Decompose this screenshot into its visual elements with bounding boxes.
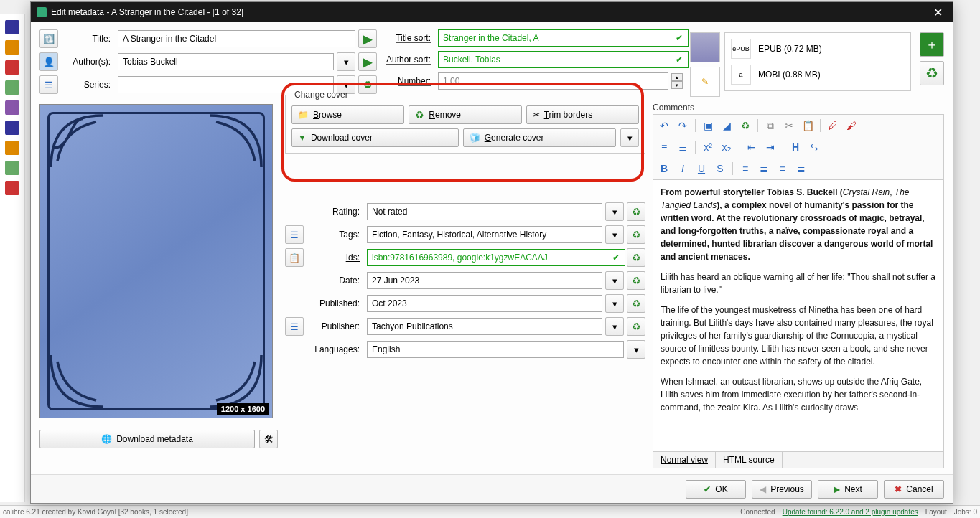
- indent-less-icon[interactable]: ⇤: [744, 139, 760, 155]
- cover-thumb-1[interactable]: [690, 32, 720, 62]
- remove-format-icon[interactable]: ◢: [719, 118, 734, 133]
- status-left: calibre 6.21 created by Kovid Goyal [32 …: [3, 508, 188, 516]
- change-cover-label: Change cover: [291, 90, 351, 100]
- tags-dropdown[interactable]: ▾: [605, 225, 624, 244]
- align-justify-icon[interactable]: ≣: [793, 161, 809, 176]
- download-metadata-button[interactable]: 🌐 Download metadata: [39, 430, 255, 448]
- bg-color-icon[interactable]: 🖌: [844, 118, 859, 133]
- clear-icon[interactable]: ♻: [737, 118, 753, 133]
- align-center-icon[interactable]: ≣: [756, 161, 772, 176]
- clear-publisher-button[interactable]: ♻: [627, 317, 645, 336]
- title-sort-input[interactable]: [438, 29, 689, 47]
- heading-icon[interactable]: H: [788, 139, 803, 155]
- next-button[interactable]: ▶ Next: [818, 480, 878, 499]
- rating-input[interactable]: [367, 203, 602, 220]
- copy-icon[interactable]: ⧉: [762, 118, 778, 133]
- strike-icon[interactable]: S: [712, 161, 728, 176]
- clear-ids-button[interactable]: ♻: [627, 248, 645, 267]
- author-icon[interactable]: 👤: [39, 52, 58, 71]
- authors-dropdown[interactable]: ▾: [337, 52, 355, 71]
- author-sort-label: Author sort:: [381, 55, 435, 65]
- date-label: Date:: [307, 276, 364, 286]
- redo-icon[interactable]: ↷: [675, 118, 691, 133]
- tags-input[interactable]: [367, 226, 602, 243]
- app-icon: [37, 7, 47, 17]
- rating-dropdown[interactable]: ▾: [605, 202, 624, 221]
- text-color-icon[interactable]: 🖊: [825, 118, 841, 133]
- languages-dropdown[interactable]: ▾: [627, 340, 645, 359]
- publisher-dropdown[interactable]: ▾: [605, 317, 624, 336]
- ok-button[interactable]: ✔ OK: [686, 480, 746, 499]
- superscript-icon[interactable]: x²: [700, 139, 716, 155]
- format-row-mobi[interactable]: a MOBI (0.88 MB): [728, 62, 907, 88]
- configure-download-button[interactable]: 🛠: [259, 430, 278, 448]
- close-icon[interactable]: ✕: [929, 6, 947, 19]
- number-label: Number:: [381, 76, 435, 86]
- clear-published-button[interactable]: ♻: [627, 294, 645, 313]
- series-label: Series:: [61, 80, 115, 90]
- underline-icon[interactable]: U: [694, 161, 709, 176]
- generate-cover-dropdown[interactable]: ▾: [620, 128, 639, 147]
- status-update[interactable]: Update found: 6.22.0 and 2 plugin update…: [783, 508, 918, 516]
- clear-tags-button[interactable]: ♻: [627, 225, 645, 244]
- remove-format-button[interactable]: ♻: [920, 61, 944, 85]
- status-layout[interactable]: Layout: [925, 508, 947, 516]
- align-right-icon[interactable]: ≡: [775, 161, 790, 176]
- dialog-titlebar: Edit metadata - A Stranger in the Citade…: [31, 2, 953, 22]
- date-input[interactable]: [367, 272, 602, 289]
- manage-series-icon[interactable]: ☰: [39, 75, 58, 94]
- clear-date-button[interactable]: ♻: [627, 271, 645, 290]
- ids-input[interactable]: [367, 249, 625, 266]
- list-ordered-icon[interactable]: ≡: [656, 139, 672, 155]
- published-dropdown[interactable]: ▾: [605, 294, 624, 313]
- swap-title-author-icon[interactable]: 🔃: [39, 29, 58, 48]
- edit-cover-button[interactable]: ✎: [690, 67, 720, 97]
- tab-normal-view[interactable]: Normal view: [653, 452, 716, 468]
- publisher-input[interactable]: [367, 318, 602, 335]
- add-format-button[interactable]: ＋: [920, 32, 944, 57]
- title-input[interactable]: [118, 30, 355, 47]
- manage-publisher-icon[interactable]: ☰: [285, 317, 304, 336]
- editor-view-tabs: Normal view HTML source: [653, 452, 944, 468]
- download-cover-button[interactable]: ▼ Download cover: [291, 128, 459, 147]
- indent-more-icon[interactable]: ⇥: [762, 139, 778, 155]
- previous-button[interactable]: ◀ Previous: [752, 480, 812, 499]
- align-left-icon[interactable]: ≡: [737, 161, 753, 176]
- dialog-button-bar: ✔ OK ◀ Previous ▶ Next ✖ Cancel: [31, 474, 953, 503]
- number-spinner[interactable]: ▴▾: [671, 73, 683, 89]
- edit-metadata-dialog: Edit metadata - A Stranger in the Citade…: [30, 1, 953, 504]
- italic-icon[interactable]: I: [675, 161, 691, 176]
- trim-borders-button[interactable]: ✂ Trim borders: [526, 105, 639, 124]
- title-label: Title:: [61, 34, 115, 44]
- manage-tags-icon[interactable]: ☰: [285, 225, 304, 244]
- format-row-epub[interactable]: ePUB EPUB (0.72 MB): [728, 36, 907, 62]
- undo-icon[interactable]: ↶: [656, 118, 672, 133]
- link-icon[interactable]: ⇆: [806, 139, 822, 155]
- cover-preview[interactable]: 1200 x 1600: [39, 104, 273, 418]
- number-input[interactable]: [438, 72, 668, 90]
- paste-icon[interactable]: 📋: [800, 118, 816, 133]
- date-dropdown[interactable]: ▾: [605, 271, 624, 290]
- subscript-icon[interactable]: x₂: [719, 139, 734, 155]
- generate-cover-button[interactable]: 🧊 Generate cover: [463, 128, 616, 147]
- browse-cover-button[interactable]: 📁 Browse: [291, 105, 404, 124]
- cancel-button[interactable]: ✖ Cancel: [884, 480, 944, 499]
- comments-label: Comments: [653, 103, 944, 113]
- clear-rating-button[interactable]: ♻: [627, 202, 645, 221]
- paste-ids-icon[interactable]: 📋: [285, 248, 304, 267]
- auto-title-sort-button[interactable]: ▶: [358, 29, 377, 48]
- cut-icon[interactable]: ✂: [781, 118, 797, 133]
- author-sort-input[interactable]: [438, 51, 689, 68]
- auto-author-sort-button[interactable]: ▶: [358, 52, 377, 71]
- languages-label: Languages:: [307, 344, 364, 354]
- bold-icon[interactable]: B: [656, 161, 672, 176]
- list-bullet-icon[interactable]: ≣: [675, 139, 691, 155]
- tab-html-source[interactable]: HTML source: [716, 452, 783, 468]
- published-input[interactable]: [367, 295, 602, 312]
- authors-input[interactable]: [118, 53, 334, 70]
- formats-list: ePUB EPUB (0.72 MB) a MOBI (0.88 MB): [724, 32, 911, 91]
- remove-cover-button[interactable]: ♻ Remove: [409, 105, 521, 124]
- select-all-icon[interactable]: ▣: [700, 118, 716, 133]
- languages-input[interactable]: [367, 341, 624, 358]
- comments-editor[interactable]: From powerful storyteller Tobias S. Buck…: [653, 179, 944, 452]
